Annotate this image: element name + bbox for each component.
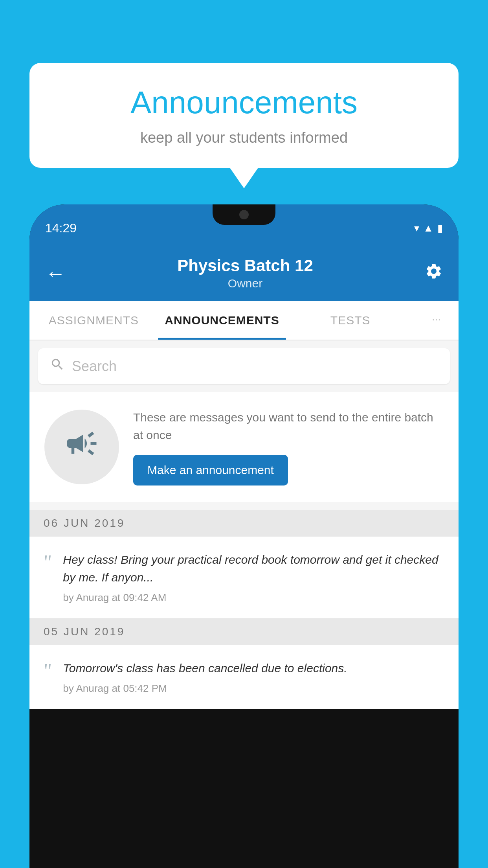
phone-screen: Search These are messages you want to se…: [29, 340, 459, 709]
announcement-meta-1: by Anurag at 09:42 AM: [63, 592, 444, 604]
announcement-item-1: " Hey class! Bring your practical record…: [29, 537, 459, 618]
announcement-message-2: Tomorrow's class has been cancelled due …: [63, 659, 444, 677]
date-divider-1: 06 JUN 2019: [29, 510, 459, 537]
prompt-text: These are messages you want to send to t…: [133, 408, 444, 444]
quote-icon-2: ": [44, 661, 52, 681]
tab-assignments[interactable]: ASSIGNMENTS: [29, 301, 158, 340]
tab-announcements[interactable]: ANNOUNCEMENTS: [158, 301, 286, 340]
announcement-prompt: These are messages you want to send to t…: [29, 392, 459, 502]
header-subtitle: Owner: [177, 277, 313, 290]
date-divider-2: 05 JUN 2019: [29, 618, 459, 645]
search-bar[interactable]: Search: [38, 348, 450, 384]
notch-camera: [239, 210, 249, 219]
header-title-area: Physics Batch 12 Owner: [177, 256, 313, 290]
quote-icon-1: ": [44, 552, 52, 573]
signal-icon: ▲: [423, 222, 433, 234]
announcement-text-area-1: Hey class! Bring your practical record b…: [63, 551, 444, 604]
megaphone-icon: [64, 426, 99, 469]
megaphone-circle: [44, 410, 119, 484]
announcement-message-1: Hey class! Bring your practical record b…: [63, 551, 444, 586]
app-header: ← Physics Batch 12 Owner: [29, 248, 459, 301]
status-bar: 14:29 ▾ ▲ ▮: [29, 204, 459, 248]
announcement-text-area-2: Tomorrow's class has been cancelled due …: [63, 659, 444, 695]
search-icon: [50, 357, 65, 375]
phone-mockup: 14:29 ▾ ▲ ▮ ← Physics Batch 12 Owner ASS…: [29, 204, 459, 868]
bubble-title: Announcements: [53, 85, 435, 121]
announcement-meta-2: by Anurag at 05:42 PM: [63, 682, 444, 695]
status-icons: ▾ ▲ ▮: [414, 222, 443, 234]
make-announcement-button[interactable]: Make an announcement: [133, 455, 288, 485]
back-button[interactable]: ←: [45, 261, 66, 285]
announcement-item-2: " Tomorrow's class has been cancelled du…: [29, 645, 459, 709]
speech-bubble: Announcements keep all your students inf…: [29, 63, 459, 168]
settings-icon[interactable]: [425, 262, 443, 285]
tab-tests[interactable]: TESTS: [286, 301, 415, 340]
tabs-bar: ASSIGNMENTS ANNOUNCEMENTS TESTS ···: [29, 301, 459, 340]
wifi-icon: ▾: [414, 222, 419, 234]
prompt-right: These are messages you want to send to t…: [133, 408, 444, 485]
speech-bubble-container: Announcements keep all your students inf…: [29, 63, 459, 168]
header-title: Physics Batch 12: [177, 256, 313, 275]
battery-icon: ▮: [437, 222, 443, 234]
bubble-subtitle: keep all your students informed: [53, 129, 435, 146]
phone-notch: [213, 204, 275, 225]
tab-more[interactable]: ···: [415, 301, 459, 340]
search-placeholder: Search: [72, 358, 117, 375]
status-time: 14:29: [45, 221, 77, 235]
